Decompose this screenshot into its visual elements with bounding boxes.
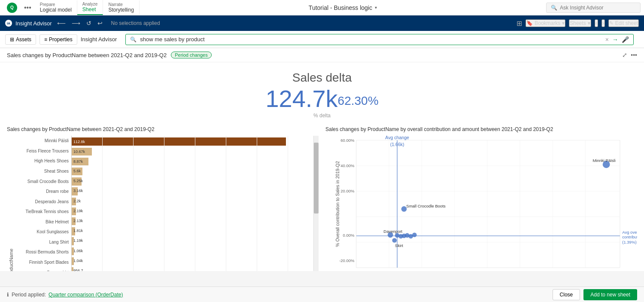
prepare-label: Prepare [40,2,72,7]
qlik-logo[interactable]: Q [3,3,21,13]
svg-text:Minnki Päïsli: Minnki Päïsli [592,158,615,163]
assets-icon: ⊞ [10,37,14,43]
ia-undo-btn[interactable]: ↩ [96,19,104,27]
svg-text:100k: 100k [548,271,557,271]
bar-y-label-9: Kool Sunglasses [37,229,69,234]
more-options-btn[interactable]: ••• [631,52,637,58]
nav-analyze[interactable]: Analyze Sheet [77,0,103,15]
svg-text:60k: 60k [484,271,491,271]
svg-rect-0 [356,140,620,268]
search-icon: 🔍 [551,5,557,11]
chart-title-actions: ⤢ ••• [622,52,637,58]
ia-search-arrow-icon[interactable]: → [612,36,618,43]
kpi-label: Sales delta [0,71,644,85]
global-search-input[interactable] [560,5,629,11]
app-title-text: Tutorial - Business logic [309,4,372,11]
insight-advisor-bar: IA Insight Advisor ⟵ ⟶ ↺ ↩ No selections… [0,15,644,31]
sheets-btn[interactable]: Sheets ▾ [569,19,591,27]
bar-y-label-2: High Heels Shoes [34,159,69,163]
nav-dots[interactable]: ••• [21,4,35,12]
svg-text:Avg change: Avg change [385,136,409,140]
bar-scrollbar-thumb [314,143,319,214]
edit-sheet-btn[interactable]: ✎ Edit sheet [608,19,639,27]
svg-text:Davenport: Davenport [383,229,402,234]
assets-label: Assets [16,37,31,43]
ia-search-input[interactable] [140,36,602,43]
bar-area: 112.8k 10.67k 8.87k [71,136,319,271]
svg-text:0: 0 [388,271,390,271]
nav-prepare[interactable]: Prepare Logical model [35,0,77,15]
bar-y-label-12: Finnish Sport Blades [29,260,69,265]
expand-btn[interactable]: ⤢ [622,52,627,58]
app-title[interactable]: Tutorial - Business logic ▾ [309,4,377,11]
svg-text:40.00%: 40.00% [340,163,355,168]
ia-controls: ⟵ ⟶ ↺ ↩ [55,19,104,27]
bar-y-label-13: Deuce shirt [47,270,69,271]
chart-title-bar: Sales changes by ProductName between 202… [0,48,644,62]
bar-y-label-8: Bike Helmet [46,220,69,224]
svg-text:60.00%: 60.00% [340,138,355,143]
bar-y-label-0: Minnki Päïsli [45,138,69,143]
svg-text:(1.39%): (1.39%) [622,240,636,244]
nav-prev-btn[interactable]: ‹ [595,19,598,27]
bar-y-label-4: Small Crocodle Boots [27,179,69,184]
assets-btn[interactable]: ⊞ Assets [5,34,36,45]
ia-title: Insight Advisor [15,20,52,27]
bar-y-label-10: Lang Shirt [49,240,69,244]
scatter-svg: Avg change (1.66k) Avg overall contribut… [325,136,637,271]
period-badge[interactable]: Period changes [171,52,211,58]
bar-chart-container: Sales changes by ProductName between 202… [3,123,322,271]
ia-refresh-btn[interactable]: ↺ [85,19,93,27]
kpi-sub-label: % delta [0,113,644,119]
svg-text:0.00%: 0.00% [343,233,355,238]
ia-search-container[interactable]: 🔍 × → 🎤 [125,34,634,45]
bar-y-label-5: Dream robe [46,189,69,194]
ia-search-mic-icon[interactable]: 🎤 [622,36,629,43]
scatter-chart-container: Sales changes by ProductName by overall … [322,123,641,271]
scatter-point-skirt[interactable] [392,238,397,243]
grid-icon: ⊞ [516,19,522,27]
svg-text:Avg overall: Avg overall [622,230,637,235]
ia-back-btn[interactable]: ⟵ [55,19,67,27]
svg-text:-20k: -20k [352,271,361,271]
ia-right-controls: ⊞ 🔖 Bookmarks ▾ Sheets ▾ ‹ › ✎ Edit shee… [516,19,639,27]
qlik-logo-icon: Q [7,3,17,13]
analyze-label: Analyze [82,2,98,6]
bookmarks-btn[interactable]: 🔖 Bookmarks ▾ [526,19,565,27]
svg-text:(1.66k): (1.66k) [390,142,404,147]
ia-search-icon: 🔍 [130,37,137,43]
ia-forward-btn[interactable]: ⟶ [70,19,82,27]
bar-chart-title: Sales changes by ProductName between 202… [7,126,319,132]
dropdown-icon: ▾ [375,5,377,10]
bar-y-label-1: Feiss Fleece Trousers [27,149,69,153]
global-search-box[interactable]: 🔍 [546,3,641,13]
bar-y-labels: Minnki Päïsli Feiss Fleece Trousers High… [15,136,71,271]
svg-text:40k: 40k [451,271,458,271]
bookmarks-dropdown-icon: ▾ [562,20,565,26]
svg-text:20k: 20k [419,271,425,271]
properties-label: Properties [49,37,73,43]
nav-next-btn[interactable]: › [601,19,605,27]
scatter-chart-title: Sales changes by ProductName by overall … [325,126,637,132]
ia-selection-text: No selections applied [111,20,160,26]
sheets-dropdown-icon: ▾ [588,20,590,26]
properties-icon: ≡ [44,37,47,43]
svg-text:Skirt: Skirt [395,243,403,248]
narrate-value: Storytelling [108,7,134,13]
kpi-section: Sales delta 124.7k62.30% % delta [0,62,644,123]
properties-btn[interactable]: ≡ Properties [39,34,77,45]
bar-y-label-7: TieBreak Tennis shoes [25,209,69,214]
svg-text:20.00%: 20.00% [340,189,355,193]
bar-y-axis-title: ProductName [7,136,15,271]
nav-center: Tutorial - Business logic ▾ [140,4,546,11]
bar-y-label-3: Sheat Shoes [44,169,69,174]
svg-text:120k: 120k [581,271,590,271]
ia-header-title: Insight Advisor [81,36,117,43]
bar-scrollbar[interactable] [313,136,319,271]
scatter-point-c6[interactable] [412,233,417,238]
ia-search-clear-icon[interactable]: × [605,36,609,43]
nav-narrate[interactable]: Narrate Storytelling [103,0,139,15]
bookmark-icon: 🔖 [526,20,533,26]
top-nav: Q ••• Prepare Logical model Analyze Shee… [0,0,644,15]
edit-icon: ✎ [609,20,614,26]
